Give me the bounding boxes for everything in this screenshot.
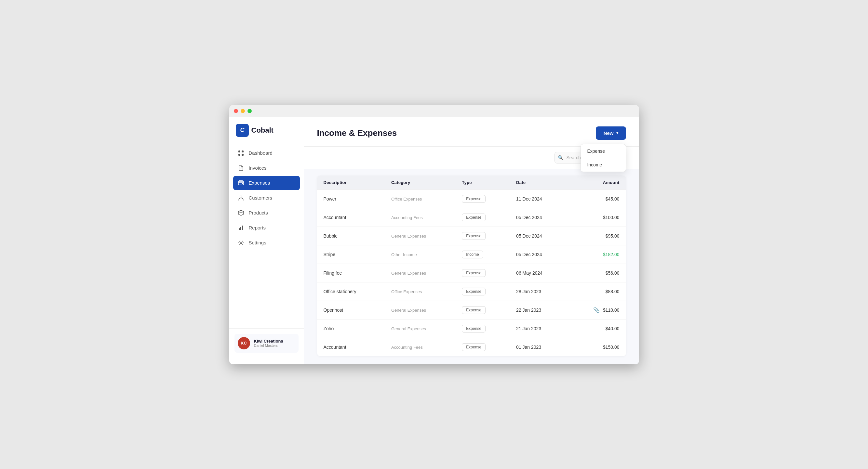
sidebar-item-products-label: Products [249,210,268,215]
table-row[interactable]: BubbleGeneral ExpensesExpense05 Dec 2024… [317,227,626,245]
table-row[interactable]: ZohoGeneral ExpensesExpense21 Jan 2023$4… [317,319,626,338]
cell-description: Zoho [317,319,385,338]
cell-description: Openhost [317,301,385,319]
svg-point-12 [240,242,242,243]
col-category: Category [385,175,455,190]
logo-icon: C [236,124,249,137]
svg-rect-10 [240,227,241,230]
sidebar-item-invoices-label: Invoices [249,165,267,171]
sidebar-item-settings-label: Settings [249,240,266,245]
chevron-down-icon: ▾ [616,131,618,135]
cell-date: 21 Jan 2023 [509,319,568,338]
person-icon [238,195,244,201]
box-icon [238,210,244,216]
wallet-icon [238,180,244,186]
cell-date: 22 Jan 2023 [509,301,568,319]
cell-date: 05 Dec 2024 [509,227,568,245]
cell-category: General Expenses [385,264,455,282]
cell-type: Expense [455,282,509,301]
cell-category: Office Expenses [385,190,455,208]
cell-description: Stripe [317,245,385,264]
user-name: Kiwi Creations [254,339,283,343]
sidebar-item-expenses[interactable]: Expenses [233,176,300,190]
table-row[interactable]: Filing feeGeneral ExpensesExpense06 May … [317,264,626,282]
attachment-icon: 📎 [593,307,600,313]
col-description: Description [317,175,385,190]
cell-amount: $150.00 [568,338,626,356]
cell-category: General Expenses [385,227,455,245]
cell-category: General Expenses [385,319,455,338]
cell-date: 01 Jan 2023 [509,338,568,356]
table-container: Description Category Type Date Amount Po… [304,169,639,364]
sidebar: C Cobalt Dashboard [229,117,304,364]
avatar: KC [238,337,250,349]
search-icon: 🔍 [558,155,563,160]
col-type: Type [455,175,509,190]
col-date: Date [509,175,568,190]
svg-rect-1 [242,150,244,153]
cell-amount: $45.00 [568,190,626,208]
main-content: Income & Expenses New ▾ Expense Income 🔍 [304,117,639,364]
table-row[interactable]: StripeOther IncomeIncome05 Dec 2024$182.… [317,245,626,264]
table-row[interactable]: OpenhostGeneral ExpensesExpense22 Jan 20… [317,301,626,319]
svg-rect-7 [242,183,243,184]
new-dropdown-menu: Expense Income [581,144,626,172]
cell-type: Expense [455,338,509,356]
cell-amount: $100.00 [568,208,626,227]
dropdown-item-expense[interactable]: Expense [581,144,626,158]
sidebar-item-settings[interactable]: Settings [233,236,300,250]
cell-amount: $182.00 [568,245,626,264]
user-card[interactable]: KC Kiwi Creations Daniel Masters [235,334,299,353]
sidebar-item-invoices[interactable]: Invoices [233,161,300,175]
new-button[interactable]: New ▾ [596,127,626,140]
cell-description: Accountant [317,338,385,356]
cell-date: 05 Dec 2024 [509,208,568,227]
cell-date: 28 Jan 2023 [509,282,568,301]
gear-icon [238,239,244,246]
cell-category: Office Expenses [385,282,455,301]
sidebar-footer: KC Kiwi Creations Daniel Masters [229,328,304,358]
close-dot[interactable] [234,109,238,113]
table-row[interactable]: PowerOffice ExpensesExpense11 Dec 2024$4… [317,190,626,208]
titlebar [229,105,639,117]
col-amount: Amount [568,175,626,190]
sidebar-item-dashboard[interactable]: Dashboard [233,146,300,160]
svg-rect-9 [239,228,240,230]
svg-rect-6 [238,181,244,185]
bar-chart-icon [238,225,244,231]
cell-type: Expense [455,208,509,227]
sidebar-item-customers-label: Customers [249,195,273,201]
minimize-dot[interactable] [241,109,245,113]
sidebar-item-expenses-label: Expenses [249,180,270,186]
cell-description: Accountant [317,208,385,227]
cell-amount: $88.00 [568,282,626,301]
cell-date: 05 Dec 2024 [509,245,568,264]
cell-category: Accounting Fees [385,338,455,356]
table-row[interactable]: Office stationeryOffice ExpensesExpense2… [317,282,626,301]
user-subtitle: Daniel Masters [254,343,283,347]
cell-description: Bubble [317,227,385,245]
fullscreen-dot[interactable] [247,109,252,113]
app-window: C Cobalt Dashboard [229,105,639,364]
cell-type: Expense [455,227,509,245]
grid-icon [238,150,244,156]
sidebar-item-customers[interactable]: Customers [233,191,300,205]
cell-type: Income [455,245,509,264]
user-info: Kiwi Creations Daniel Masters [254,339,283,347]
cell-amount: $95.00 [568,227,626,245]
nav-items: Dashboard Invoices [229,146,304,325]
cell-amount: $40.00 [568,319,626,338]
sidebar-item-products[interactable]: Products [233,206,300,220]
cell-category: Other Income [385,245,455,264]
cell-type: Expense [455,319,509,338]
svg-rect-11 [242,226,243,230]
cell-date: 11 Dec 2024 [509,190,568,208]
dropdown-item-income[interactable]: Income [581,158,626,172]
table-header-row: Description Category Type Date Amount [317,175,626,190]
expenses-table: Description Category Type Date Amount Po… [317,175,626,356]
cell-category: General Expenses [385,301,455,319]
sidebar-item-reports[interactable]: Reports [233,221,300,235]
table-row[interactable]: AccountantAccounting FeesExpense05 Dec 2… [317,208,626,227]
table-row[interactable]: AccountantAccounting FeesExpense01 Jan 2… [317,338,626,356]
cell-category: Accounting Fees [385,208,455,227]
